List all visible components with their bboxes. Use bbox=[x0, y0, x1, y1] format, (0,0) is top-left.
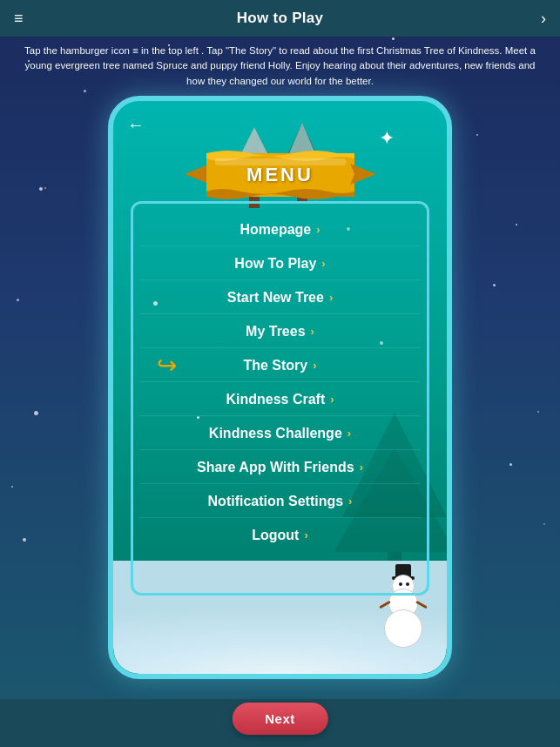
bottom-bar: Next bbox=[0, 699, 560, 747]
menu-list: Homepage › How To Play › Start New Tree … bbox=[139, 214, 421, 587]
phone-back-arrow-icon[interactable]: ← bbox=[127, 115, 145, 135]
menu-item-share-app[interactable]: Share App With Friends › bbox=[139, 452, 421, 484]
instruction-text: Tap the hamburger icon ≡ in the top left… bbox=[0, 37, 560, 96]
menu-item-share-app-label: Share App With Friends bbox=[197, 460, 354, 475]
menu-item-kindness-challenge[interactable]: Kindness Challenge › bbox=[139, 418, 421, 450]
menu-item-share-app-arrow: › bbox=[360, 461, 363, 474]
snowman-body-bottom bbox=[384, 609, 422, 648]
menu-item-my-trees-arrow: › bbox=[311, 325, 314, 338]
menu-item-notification-settings-label: Notification Settings bbox=[208, 494, 344, 509]
menu-item-kindness-craft-label: Kindness Craft bbox=[226, 392, 325, 407]
menu-item-homepage-label: Homepage bbox=[240, 222, 311, 238]
menu-item-kindness-craft-arrow: › bbox=[330, 393, 334, 406]
menu-item-logout[interactable]: Logout › bbox=[139, 520, 421, 551]
menu-banner-label: MENU bbox=[246, 164, 314, 186]
menu-item-notification-settings[interactable]: Notification Settings › bbox=[139, 486, 421, 518]
next-button[interactable]: Next bbox=[232, 703, 328, 735]
menu-banner: MENU bbox=[185, 145, 376, 205]
phone-frame-wrapper: ← ✦ MENU bbox=[108, 96, 452, 679]
menu-item-homepage[interactable]: Homepage › bbox=[139, 214, 421, 246]
menu-item-logout-arrow: › bbox=[304, 528, 307, 542]
menu-item-how-to-play-label: How To Play bbox=[234, 256, 316, 272]
menu-item-the-story-arrow: › bbox=[313, 359, 316, 372]
phone-frame: ← ✦ MENU bbox=[108, 96, 452, 679]
story-curved-arrow-icon: ↪ bbox=[157, 351, 177, 380]
top-back-arrow-icon[interactable]: › bbox=[541, 10, 546, 28]
next-button-wrapper: Next bbox=[232, 703, 328, 735]
menu-item-start-new-tree-label: Start New Tree bbox=[227, 290, 324, 306]
top-bar: ≡ How to Play › bbox=[0, 0, 560, 37]
menu-item-start-new-tree[interactable]: Start New Tree › bbox=[139, 282, 421, 314]
menu-item-homepage-arrow: › bbox=[316, 223, 320, 236]
menu-item-my-trees[interactable]: My Trees › bbox=[139, 316, 421, 348]
menu-item-my-trees-label: My Trees bbox=[246, 324, 305, 340]
menu-item-how-to-play-arrow: › bbox=[321, 257, 325, 270]
menu-item-the-story[interactable]: ↪ The Story › bbox=[139, 350, 421, 382]
sparkle-icon: ✦ bbox=[379, 127, 395, 150]
snowman bbox=[377, 578, 429, 648]
menu-item-start-new-tree-arrow: › bbox=[329, 291, 333, 304]
menu-item-notification-settings-arrow: › bbox=[348, 495, 352, 508]
menu-item-the-story-label: The Story bbox=[243, 358, 307, 374]
menu-item-kindness-challenge-arrow: › bbox=[347, 427, 351, 440]
menu-item-how-to-play[interactable]: How To Play › bbox=[139, 248, 421, 280]
page-title: How to Play bbox=[237, 10, 324, 27]
hamburger-icon[interactable]: ≡ bbox=[14, 10, 24, 28]
menu-item-kindness-challenge-label: Kindness Challenge bbox=[209, 426, 342, 441]
menu-item-logout-label: Logout bbox=[252, 528, 299, 543]
menu-item-kindness-craft[interactable]: Kindness Craft › bbox=[139, 384, 421, 416]
